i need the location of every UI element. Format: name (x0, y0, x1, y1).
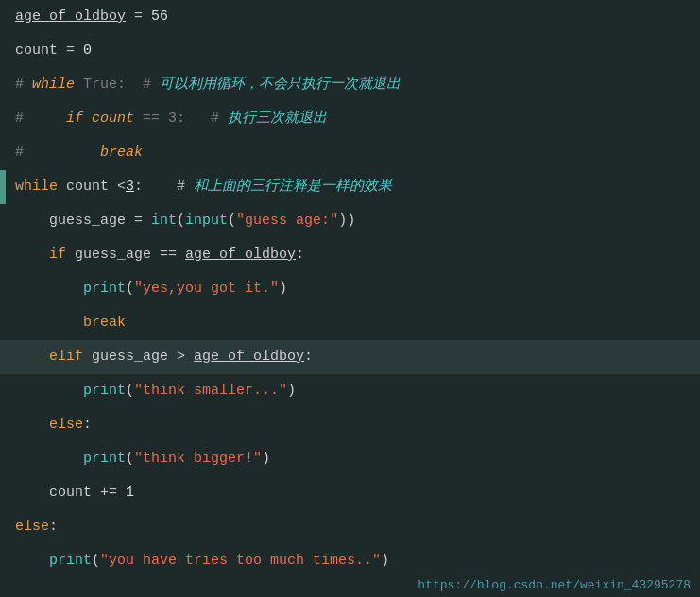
token-age-of-oldboy-1: age_of_oldboy (15, 0, 126, 34)
line-indicator-6 (0, 170, 6, 204)
code-line-2: count = 0 (0, 34, 700, 68)
code-line-15: count += 1 (0, 476, 700, 510)
code-line-8: if guess_age == age_of_oldboy: (0, 238, 700, 272)
code-line-4: # if count == 3: # 执行三次就退出 (0, 102, 700, 136)
code-line-9: print("yes,you got it.") (0, 272, 700, 306)
code-line-17: print("you have tries too much times..") (0, 544, 700, 578)
code-line-3: # while True: # 可以利用循环，不会只执行一次就退出 (0, 68, 700, 102)
code-container: age_of_oldboy = 56 count = 0 # while Tru… (0, 0, 700, 597)
token-count-1: count (15, 34, 58, 68)
footer-url: https://blog.csdn.net/weixin_43295278 (418, 574, 691, 597)
code-line-11: elif guess_age > age_of_oldboy: (0, 340, 700, 374)
code-line-12: print("think smaller...") (0, 374, 700, 408)
code-line-14: print("think bigger!") (0, 442, 700, 476)
code-line-10: break (0, 306, 700, 340)
code-line-7: guess_age = int(input("guess age:")) (0, 204, 700, 238)
code-line-13: else: (0, 408, 700, 442)
code-line-16: else: (0, 510, 700, 544)
code-line-1: age_of_oldboy = 56 (0, 0, 700, 34)
code-line-6: while count <3: # 和上面的三行注释是一样的效果 (0, 170, 700, 204)
code-line-5: # break (0, 136, 700, 170)
